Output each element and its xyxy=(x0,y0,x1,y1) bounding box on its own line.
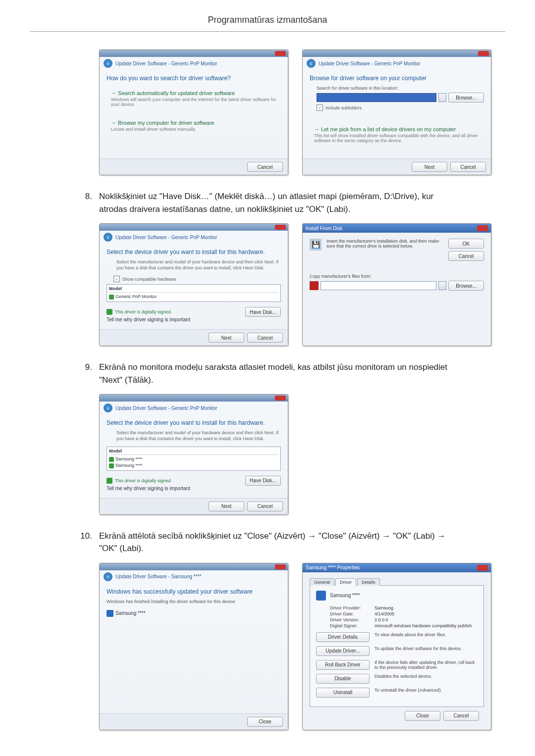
driver-icon xyxy=(109,463,114,468)
next-button[interactable]: Next xyxy=(412,162,447,172)
update-driver-button[interactable]: Update Driver... xyxy=(316,646,370,656)
step-text: Ekrānā attēlotā secībā noklikšķiniet uz … xyxy=(99,530,461,555)
tab-driver[interactable]: Driver xyxy=(335,578,356,586)
field-label: Search for driver software in this locat… xyxy=(317,86,484,91)
close-icon[interactable] xyxy=(275,564,286,569)
close-icon[interactable] xyxy=(275,225,286,230)
version-value: 2.0.0.0 xyxy=(374,617,388,622)
uninstall-button[interactable]: Uninstall xyxy=(316,688,370,698)
ok-button[interactable]: OK xyxy=(448,239,484,249)
back-icon[interactable]: ‹ xyxy=(307,59,316,68)
version-label: Driver Version: xyxy=(330,617,374,622)
step-9: 9. Ekrānā no monitora modeļu saraksta at… xyxy=(74,361,461,386)
location-input[interactable] xyxy=(317,93,436,102)
cancel-button[interactable]: Cancel xyxy=(450,162,486,172)
model-listbox[interactable]: Model Samsung **** Samsung **** xyxy=(107,447,281,470)
close-button[interactable]: Close xyxy=(405,711,440,721)
option-browse-computer[interactable]: Browse my computer for driver software L… xyxy=(107,115,281,136)
have-disk-button[interactable]: Have Disk... xyxy=(245,307,281,317)
option-description: Locate and install driver software manua… xyxy=(111,127,276,132)
tab-panel: Samsung **** Driver Provider:Samsung Dri… xyxy=(310,585,484,707)
browse-button[interactable]: Browse... xyxy=(448,281,484,291)
action-description: To view details about the driver files. xyxy=(374,632,478,637)
checkbox-label: Include subfolders xyxy=(325,105,362,110)
have-disk-button[interactable]: Have Disk... xyxy=(245,476,281,486)
breadcrumb-text: Update Driver Software - Generic PnP Mon… xyxy=(115,235,217,240)
signing-link[interactable]: Tell me why driver signing is important xyxy=(107,317,190,322)
roll-back-driver-button[interactable]: Roll Back Driver xyxy=(316,660,370,670)
wizard-search-method: ‹ Update Driver Software - Generic PnP M… xyxy=(99,50,288,175)
breadcrumb-text: Update Driver Software - Generic PnP Mon… xyxy=(115,61,217,66)
tab-details[interactable]: Details xyxy=(357,578,380,586)
option-description: Windows will search your computer and th… xyxy=(111,97,276,107)
step-text: Ekrānā no monitora modeļu saraksta atlas… xyxy=(99,361,461,386)
shield-icon xyxy=(107,309,112,315)
monitor-icon xyxy=(316,591,326,601)
close-icon[interactable] xyxy=(477,565,488,571)
breadcrumb-text: Update Driver Software - Samsung **** xyxy=(115,574,201,579)
column-header: Model xyxy=(109,449,278,455)
figure-row-1: ‹ Update Driver Software - Generic PnP M… xyxy=(99,50,505,175)
back-icon[interactable]: ‹ xyxy=(104,403,112,412)
title-bar xyxy=(100,224,288,231)
show-compatible-checkbox[interactable]: ✓ xyxy=(113,276,120,282)
disable-button[interactable]: Disable xyxy=(316,674,370,684)
cancel-button[interactable]: Cancel xyxy=(247,162,283,172)
cancel-button[interactable]: Cancel xyxy=(247,333,283,343)
next-button[interactable]: Next xyxy=(209,502,244,511)
close-icon[interactable] xyxy=(477,225,488,231)
next-button[interactable]: Next xyxy=(209,333,244,343)
action-description: To update the driver software for this d… xyxy=(374,646,478,651)
option-search-auto[interactable]: Search automatically for updated driver … xyxy=(107,86,281,111)
back-icon[interactable]: ‹ xyxy=(104,233,112,242)
signing-link[interactable]: Tell me why driver signing is important xyxy=(107,486,190,491)
dialog-title: Install From Disk xyxy=(306,226,342,231)
back-icon[interactable]: ‹ xyxy=(104,59,112,68)
driver-details-button[interactable]: Driver Details xyxy=(316,632,370,642)
success-heading: Windows has successfully updated your dr… xyxy=(107,588,281,595)
model-listbox[interactable]: Model Generic PnP Monitor xyxy=(107,284,281,302)
dropdown-icon[interactable] xyxy=(438,281,446,290)
list-item[interactable]: Samsung **** xyxy=(109,456,278,462)
breadcrumb: ‹ Update Driver Software - Generic PnP M… xyxy=(100,231,288,244)
dropdown-icon[interactable] xyxy=(438,93,446,102)
figure-row-4: ‹ Update Driver Software - Samsung **** … xyxy=(99,563,505,730)
option-label: Let me pick from a list of device driver… xyxy=(314,126,480,132)
close-icon[interactable] xyxy=(275,51,286,56)
option-let-me-pick[interactable]: Let me pick from a list of device driver… xyxy=(310,122,484,148)
signed-label: This driver is digitally signed. xyxy=(115,478,172,483)
close-icon[interactable] xyxy=(478,51,489,56)
title-bar xyxy=(303,50,491,57)
breadcrumb-text: Update Driver Software - Generic PnP Mon… xyxy=(115,405,217,411)
success-subtext: Windows has finished installing the driv… xyxy=(107,599,281,604)
wizard-select-driver-generic: ‹ Update Driver Software - Generic PnP M… xyxy=(99,223,288,346)
signer-value: microsoft windows hardware compatibility… xyxy=(374,623,472,628)
prompt-heading: Select the device driver you want to ins… xyxy=(107,249,281,255)
shield-icon xyxy=(107,478,112,484)
close-icon[interactable] xyxy=(275,396,286,401)
page-header: Programmatūras izmantošana xyxy=(30,15,505,32)
path-input[interactable] xyxy=(321,281,436,290)
include-subfolders-checkbox[interactable]: ✓ xyxy=(317,104,323,111)
provider-label: Driver Provider: xyxy=(330,605,374,610)
prompt-heading: Browse for driver software on your compu… xyxy=(310,75,484,82)
action-description: Disables the selected device. xyxy=(374,674,478,679)
breadcrumb: ‹ Update Driver Software - Generic PnP M… xyxy=(100,402,288,414)
dialog-title-bar: Install From Disk xyxy=(303,224,491,233)
column-header: Model xyxy=(109,286,278,293)
list-item[interactable]: Generic PnP Monitor xyxy=(109,294,278,300)
cancel-button[interactable]: Cancel xyxy=(443,711,479,721)
device-name: Samsung **** xyxy=(107,610,281,617)
cancel-button[interactable]: Cancel xyxy=(448,251,484,261)
back-icon: ‹ xyxy=(104,572,112,581)
browse-button[interactable]: Browse... xyxy=(448,93,484,102)
wizard-success: ‹ Update Driver Software - Samsung **** … xyxy=(99,563,288,730)
breadcrumb: ‹ Update Driver Software - Generic PnP M… xyxy=(100,57,288,70)
cancel-button[interactable]: Cancel xyxy=(247,502,283,511)
tab-general[interactable]: General xyxy=(310,578,334,586)
close-button[interactable]: Close xyxy=(247,717,283,727)
device-properties-dialog: Samsung **** Properties General Driver D… xyxy=(302,563,491,730)
list-item[interactable]: Samsung **** xyxy=(109,462,278,469)
checkbox-label: Show compatible hardware xyxy=(122,277,176,282)
title-bar xyxy=(100,563,288,570)
